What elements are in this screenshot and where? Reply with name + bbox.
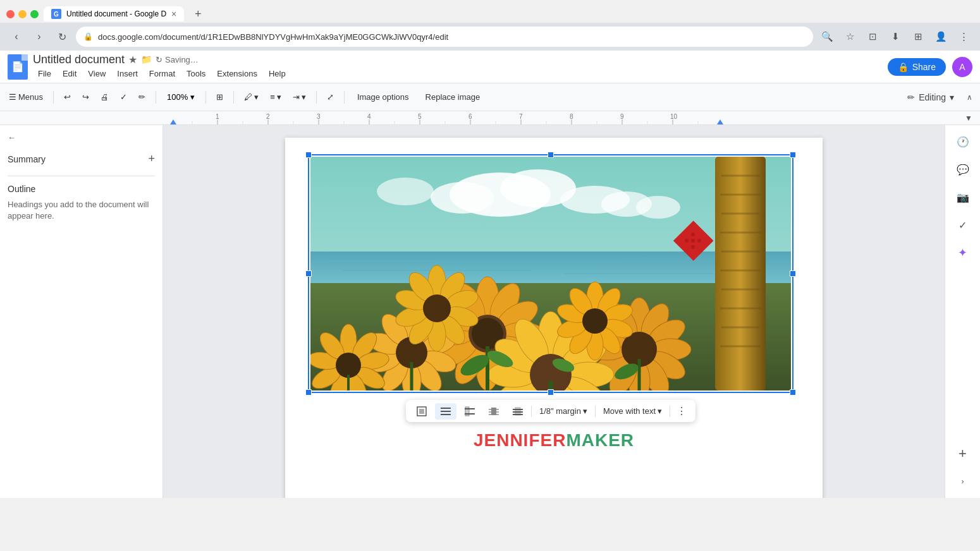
svg-text:7: 7 [519,113,523,120]
menu-edit[interactable]: Edit [58,66,82,81]
doc-title-area: Untitled document ★ 📁 ↻ Saving… File Edi… [33,53,883,81]
paint-format-button[interactable]: ✏ [135,90,149,104]
back-button[interactable]: ‹ [8,28,25,45]
add-summary-button[interactable]: + [148,152,155,166]
zoom-value: 100% [167,92,188,102]
undo-button[interactable]: ↩ [60,90,75,104]
menus-button[interactable]: ☰ Menus [5,90,47,104]
svg-rect-161 [441,411,451,412]
download-icon[interactable]: ⬇ [886,28,904,45]
svg-text:8: 8 [570,113,573,120]
editing-dropdown-icon: ▾ [950,92,954,102]
profile-icon[interactable]: 👤 [932,28,950,45]
folder-icon[interactable]: 📁 [141,54,152,64]
image-options-button[interactable]: Image options [351,90,415,104]
more-options-button[interactable]: ⋮ [673,403,690,420]
svg-rect-172 [513,411,523,413]
align-button[interactable]: ≡ ▾ [266,90,285,104]
page-layout-button[interactable]: ⊞ [212,90,227,104]
sidebar-back-button[interactable]: ← [8,133,155,142]
highlight-icon: 🖊 [244,92,252,102]
check-button[interactable]: ✓ [952,214,974,236]
highlight-button[interactable]: 🖊 ▾ [240,90,262,104]
forward-button[interactable]: › [30,28,48,45]
dot-red[interactable] [6,10,15,18]
add-button[interactable]: + [952,442,974,465]
app-bar: 📄 Untitled document ★ 📁 ↻ Saving… File E… [0,51,980,83]
in-front-button[interactable] [483,403,505,420]
image-container[interactable]: 1/8" margin ▾ Move with text ▾ ⋮ [310,157,791,391]
browser-tab[interactable]: G Untitled document - Google D × [44,6,184,21]
menu-file[interactable]: File [33,66,56,81]
toolbar: ☰ Menus ↩ ↪ 🖨 ✓ ✏ 100% ▾ ⊞ 🖊 ▾ ≡ ▾ ⇥ ▾ ⤢… [0,83,980,111]
zoom-select[interactable]: 100% ▾ [162,90,199,104]
chevron-up-button[interactable]: ∧ [964,90,975,104]
cast-icon[interactable]: ⊡ [864,28,881,45]
svg-rect-171 [513,409,523,410]
menu-help[interactable]: Help [264,66,291,81]
handle-bottom-right[interactable] [790,389,796,396]
meet-button[interactable]: 📷 [952,186,974,209]
extensions-icon[interactable]: ⊞ [909,28,927,45]
share-button[interactable]: 🔒 Share [888,58,946,76]
address-bar[interactable]: 🔒 docs.google.com/document/d/1R1EDwBB8Nl… [76,27,813,47]
brand-maker: MAKER [566,430,634,450]
indent-button[interactable]: ⇥ ▾ [289,90,310,104]
menu-format[interactable]: Format [144,66,180,81]
svg-text:6: 6 [469,113,472,120]
float-sep2 [595,406,596,417]
doc-title[interactable]: Untitled document [33,53,125,66]
wrap-text-button[interactable] [435,403,456,420]
menu-insert[interactable]: Insert [112,66,143,81]
ruler-down-arrow[interactable]: ▼ [965,114,972,123]
menu-view[interactable]: View [83,66,111,81]
sep5 [316,91,317,104]
dot-yellow[interactable] [18,10,27,18]
history-button[interactable]: 🕐 [952,130,974,153]
image-float-toolbar: 1/8" margin ▾ Move with text ▾ ⋮ [406,400,695,422]
crop-button[interactable]: ⤢ [323,90,338,104]
svg-point-153 [685,239,689,243]
gemini-button[interactable]: ✦ [952,241,974,264]
bookmark-icon[interactable]: ☆ [841,28,859,45]
svg-rect-169 [491,408,496,415]
move-with-text-dropdown[interactable]: Move with text ▾ [598,404,667,418]
browser-dots [6,10,39,18]
replace-image-button[interactable]: Replace image [419,90,487,104]
more-icon[interactable]: ⋮ [955,28,972,45]
break-text-button[interactable] [459,403,481,420]
avatar[interactable]: A [952,57,972,77]
wrap-inline-button[interactable] [411,403,432,420]
svg-text:3: 3 [317,113,321,120]
svg-text:9: 9 [620,113,624,120]
align-dropdown-icon: ▾ [277,92,281,102]
saving-icon: ↻ [156,55,162,64]
tab-close-icon[interactable]: × [171,9,176,19]
float-sep3 [670,406,670,417]
refresh-button[interactable]: ↻ [53,28,71,45]
behind-text-button[interactable] [507,403,529,420]
svg-rect-159 [419,409,424,414]
svg-point-37 [431,182,494,214]
menu-tools[interactable]: Tools [181,66,211,81]
sidebar-toggle-right[interactable]: › [952,470,974,493]
address-text: docs.google.com/document/d/1R1EDwBB8NlYD… [98,32,805,42]
dot-green[interactable] [30,10,39,18]
new-tab-button[interactable]: + [189,5,207,23]
redo-button[interactable]: ↪ [78,90,93,104]
zoom-icon[interactable]: 🔍 [818,28,836,45]
svg-text:10: 10 [670,113,678,120]
back-arrow-icon: ← [8,133,16,142]
comments-button[interactable]: 💬 [952,158,974,181]
svg-rect-173 [513,414,523,415]
browser-chrome: G Untitled document - Google D × + ‹ › ↻… [0,0,980,51]
svg-point-40 [636,196,680,219]
star-icon[interactable]: ★ [128,54,137,66]
menu-extensions[interactable]: Extensions [212,66,262,81]
sidebar: ← Summary + Outline Headings you add to … [0,125,163,498]
editing-mode[interactable]: ✏ Editing ▾ [901,90,960,105]
sep4 [233,91,234,104]
margin-dropdown[interactable]: 1/8" margin ▾ [534,404,592,418]
spell-check-button[interactable]: ✓ [116,90,131,104]
print-button[interactable]: 🖨 [97,90,113,104]
